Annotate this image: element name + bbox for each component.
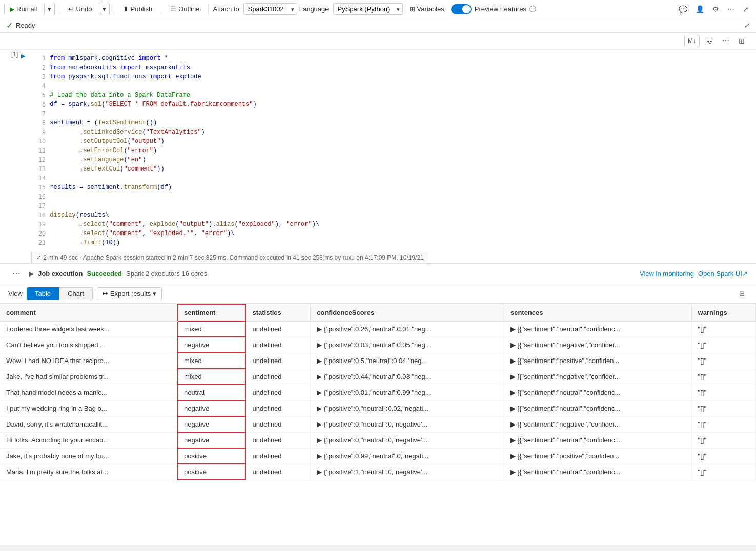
undo-button[interactable]: ↩ Undo — [64, 3, 96, 15]
cell-sentences-6[interactable]: ▶ [{"sentiment":"negative","confider... — [504, 416, 691, 432]
run-all-label: Run all — [16, 5, 37, 13]
undo-icon: ↩ — [68, 5, 74, 13]
export-chevron-icon: ▾ — [153, 290, 156, 298]
comment-icon-button[interactable]: 💬 — [676, 3, 690, 15]
cell-statistics-8: undefined — [246, 448, 310, 464]
cell-warnings-0: "[]" — [691, 321, 755, 337]
code-line-11: 11 .setErrorCol("error") — [35, 146, 746, 155]
cell-run-button[interactable]: ▶ — [21, 53, 25, 59]
cell-confidenceScores-4[interactable]: ▶ {"positive":0.01,"neutral":0.99,"neg..… — [311, 385, 504, 400]
cell-ellipsis-button[interactable]: ⋯ — [719, 35, 732, 47]
undo-dropdown[interactable]: ▾ — [99, 3, 110, 15]
cell-confidenceScores-0[interactable]: ▶ {"positive":0.26,"neutral":0.01,"neg..… — [311, 321, 504, 337]
col-header-sentiment: sentiment — [177, 304, 246, 321]
table-tab[interactable]: Table — [27, 287, 59, 300]
cell-statistics-9: undefined — [246, 464, 310, 480]
expand-button[interactable]: ⤢ — [740, 3, 752, 15]
horizontal-scrollbar[interactable] — [0, 545, 756, 551]
spark-info: Spark 2 executors 16 cores — [126, 270, 207, 278]
run-all-button[interactable]: ▶ Run all — [5, 3, 42, 15]
cell-confidenceScores-6[interactable]: ▶ {"positive":0,"neutral":0,"negative'..… — [311, 416, 504, 432]
cell-sentiment-2: mixed — [177, 353, 246, 369]
code-line-12: 12 .setLanguage("en") — [35, 155, 746, 164]
cell-sentiment-9: positive — [177, 464, 246, 480]
data-table-container[interactable]: comment sentiment statistics confidenceS… — [0, 304, 756, 545]
cell-toolbar: M↓ 🗨 ⋯ ⊞ — [0, 33, 756, 50]
variables-button[interactable]: ⊞ Variables — [405, 3, 449, 15]
view-label: View — [8, 290, 23, 298]
open-spark-ui-link[interactable]: Open Spark UI↗ — [698, 270, 748, 278]
ellipsis-button[interactable]: ⋯ — [724, 3, 738, 15]
run-all-group: ▶ Run all ▾ — [4, 3, 55, 15]
chart-tab[interactable]: Chart — [59, 287, 93, 300]
cell-warnings-4: "[]" — [691, 385, 755, 400]
cell-confidenceScores-2[interactable]: ▶ {"positive":0.5,"neutral":0.04,"neg... — [311, 353, 504, 369]
cell-statistics-2: undefined — [246, 353, 310, 369]
cell-comment-2: Wow! I had NO IDEA that recipro... — [0, 353, 177, 369]
table-row: I ordered three widgets last week...mixe… — [0, 321, 756, 337]
main-toolbar: ▶ Run all ▾ ↩ Undo ▾ ⬆ Publish ☰ Outline… — [0, 0, 756, 18]
export-icon: ↦ — [103, 290, 108, 298]
cell-sentences-3[interactable]: ▶ [{"sentiment":"negative","confider... — [504, 369, 691, 385]
publish-label: Publish — [131, 5, 153, 13]
cell-sentences-8[interactable]: ▶ [{"sentiment":"positive","confiden... — [504, 448, 691, 464]
grid-settings-button[interactable]: ⊞ — [736, 288, 748, 300]
code-line-14: 14 — [35, 174, 746, 183]
cell-confidenceScores-1[interactable]: ▶ {"positive":0.03,"neutral":0.05,"neg..… — [311, 337, 504, 353]
cell-sentences-4[interactable]: ▶ [{"sentiment":"neutral","confidenc... — [504, 385, 691, 400]
cell-statistics-6: undefined — [246, 416, 310, 432]
settings-icon-button[interactable]: ⚙ — [709, 3, 722, 15]
cell-comment-6: David, sorry, it's whatchamacallit... — [0, 416, 177, 432]
cell-confidenceScores-7[interactable]: ▶ {"positive":0,"neutral":0,"negative'..… — [311, 432, 504, 448]
job-more-button[interactable]: ⋯ — [8, 267, 25, 281]
play-icon: ▶ — [10, 6, 14, 13]
markdown-icon-button[interactable]: M↓ — [684, 35, 700, 47]
cell-confidenceScores-3[interactable]: ▶ {"positive":0.44,"neutral":0.03,"neg..… — [311, 369, 504, 385]
cell-sentences-9[interactable]: ▶ [{"sentiment":"neutral","confidenc... — [504, 464, 691, 480]
share-icon-button[interactable]: 👤 — [692, 3, 707, 15]
outline-button[interactable]: ☰ Outline — [166, 3, 204, 15]
cell-sentences-7[interactable]: ▶ [{"sentiment":"neutral","confidenc... — [504, 432, 691, 448]
table-row: That hand model needs a manic...neutralu… — [0, 385, 756, 400]
cell-warnings-9: "[]" — [691, 464, 755, 480]
col-header-sentences: sentences — [504, 304, 691, 321]
code-line-17: 17 — [35, 201, 746, 210]
cell-expand-button[interactable]: ⊞ — [735, 35, 748, 47]
table-row: Jake, it's probably none of my bu...posi… — [0, 448, 756, 464]
cell-sentences-0[interactable]: ▶ [{"sentiment":"neutral","confidenc... — [504, 321, 691, 337]
export-results-button[interactable]: ↦ Export results ▾ — [97, 287, 162, 300]
code-line-19: 19 .select("comment", explode("output").… — [35, 220, 746, 229]
main-area: M↓ 🗨 ⋯ ⊞ [1] ▶ 1 from mmlspark.cognitive… — [0, 33, 756, 551]
expand-job-icon[interactable]: ▶ — [29, 270, 34, 278]
cell-confidenceScores-9[interactable]: ▶ {"positive":1,"neutral":0,"negative'..… — [311, 464, 504, 480]
cell-sentiment-5: negative — [177, 400, 246, 416]
publish-button[interactable]: ⬆ Publish — [118, 3, 157, 15]
preview-features-group: Preview Features ⓘ — [451, 4, 536, 14]
code-editor[interactable]: 1 from mmlspark.cognitive import * 2 fro… — [33, 50, 748, 251]
results-table: comment sentiment statistics confidenceS… — [0, 304, 756, 480]
cell-confidenceScores-8[interactable]: ▶ {"positive":0.99,"neutral":0,"negati..… — [311, 448, 504, 464]
cell-statistics-4: undefined — [246, 385, 310, 400]
code-line-6: 6 df = spark.sql("SELECT * FROM default.… — [35, 100, 746, 109]
cell-warnings-7: "[]" — [691, 432, 755, 448]
cell-comment-button[interactable]: 🗨 — [703, 35, 716, 47]
attach-select[interactable]: Spark31002 — [243, 3, 297, 15]
view-tab-group: Table Chart — [27, 287, 93, 300]
cell-sentences-5[interactable]: ▶ [{"sentiment":"neutral","confidenc... — [504, 400, 691, 416]
maximize-icon[interactable]: ⤢ — [744, 22, 750, 29]
language-select[interactable]: PySpark (Python) — [333, 3, 403, 15]
cell-sentences-1[interactable]: ▶ [{"sentiment":"negative","confider... — [504, 337, 691, 353]
view-monitoring-link[interactable]: View in monitoring — [640, 270, 694, 278]
cell-sentences-2[interactable]: ▶ [{"sentiment":"positive","confiden... — [504, 353, 691, 369]
execution-info-bar: ✓ 2 min 49 sec · Apache Spark session st… — [0, 251, 756, 264]
code-line-8: 8 sentiment = (TextSentiment()) — [35, 118, 746, 128]
attach-select-wrapper: Spark31002 — [243, 3, 297, 15]
job-execution-bar: ⋯ ▶ Job execution Succeeded Spark 2 exec… — [0, 264, 756, 284]
run-all-dropdown[interactable]: ▾ — [44, 3, 54, 15]
variables-icon: ⊞ — [410, 5, 415, 13]
cell-confidenceScores-5[interactable]: ▶ {"positive":0,"neutral":0.02,"negati..… — [311, 400, 504, 416]
preview-toggle-switch[interactable] — [451, 4, 472, 14]
cell-comment-9: Maria, I'm pretty sure the folks at... — [0, 464, 177, 480]
cell-comment-4: That hand model needs a manic... — [0, 385, 177, 400]
cell-sentiment-4: neutral — [177, 385, 246, 400]
